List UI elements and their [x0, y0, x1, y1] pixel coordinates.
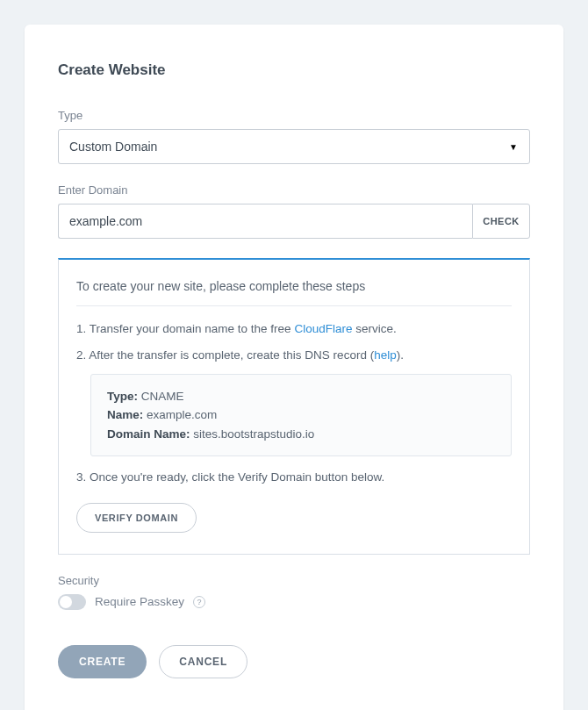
help-link[interactable]: help	[374, 348, 397, 362]
action-row: CREATE CANCEL	[58, 645, 530, 678]
type-select[interactable]: Custom Domain	[58, 129, 530, 164]
security-row: Require Passkey ?	[58, 594, 530, 610]
dns-domain-row: Domain Name: sites.bootstrapstudio.io	[107, 425, 495, 444]
require-passkey-toggle[interactable]	[58, 594, 86, 610]
cloudflare-link[interactable]: CloudFlare	[294, 322, 352, 335]
step-2-pre: 2. After the transfer is complete, creat…	[76, 348, 374, 362]
type-select-wrap: Custom Domain ▼	[58, 129, 530, 164]
steps-intro: To create your new site, please complete…	[76, 279, 512, 306]
help-icon[interactable]: ?	[193, 596, 205, 608]
step-1-post: service.	[352, 322, 396, 335]
domain-input[interactable]	[58, 204, 472, 239]
dns-type-row: Type: CNAME	[107, 387, 495, 406]
type-label: Type	[58, 109, 530, 122]
step-2-post: ).	[397, 348, 404, 362]
dns-name-key: Name:	[107, 408, 143, 421]
step-1: 1. Transfer your domain name to the free…	[76, 320, 512, 338]
step-2: 2. After the transfer is complete, creat…	[76, 347, 512, 364]
passkey-label: Require Passkey	[95, 595, 184, 608]
page-title: Create Website	[58, 61, 530, 79]
cancel-button[interactable]: CANCEL	[159, 645, 247, 678]
dns-domain-key: Domain Name:	[107, 427, 190, 441]
dns-name-val: example.com	[143, 408, 217, 421]
dns-name-row: Name: example.com	[107, 405, 495, 425]
domain-row: CHECK	[58, 204, 530, 239]
domain-label: Enter Domain	[58, 183, 530, 197]
dns-type-val: CNAME	[138, 390, 184, 403]
check-button[interactable]: CHECK	[472, 204, 530, 239]
step-1-pre: 1. Transfer your domain name to the free	[76, 322, 294, 335]
verify-domain-button[interactable]: VERIFY DOMAIN	[76, 503, 197, 533]
steps-panel: To create your new site, please complete…	[58, 258, 530, 555]
dns-domain-val: sites.bootstrapstudio.io	[190, 427, 315, 441]
security-label: Security	[58, 574, 530, 587]
create-website-card: Create Website Type Custom Domain ▼ Ente…	[25, 25, 563, 710]
step-3: 3. Once you're ready, click the Verify D…	[76, 469, 512, 486]
dns-record-box: Type: CNAME Name: example.com Domain Nam…	[90, 374, 512, 457]
create-button[interactable]: CREATE	[58, 645, 147, 678]
toggle-knob	[60, 596, 72, 608]
dns-type-key: Type:	[107, 390, 138, 403]
